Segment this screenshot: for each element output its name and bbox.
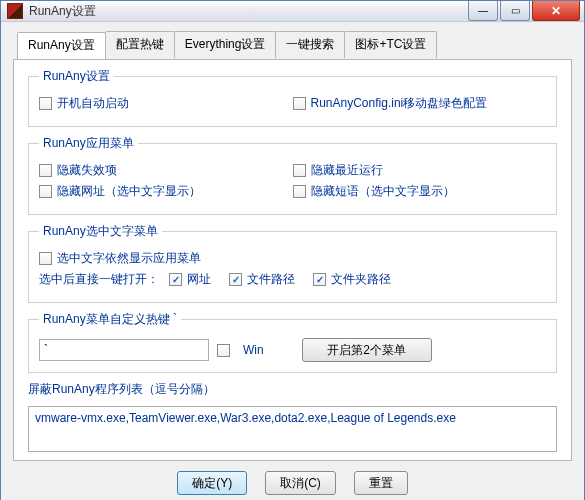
tab-panel: RunAny设置 开机自动启动 RunAnyConfig.ini移动盘绿色配置 — [13, 59, 572, 461]
tab-everything[interactable]: Everything设置 — [174, 31, 277, 58]
label-hide-recent: 隐藏最近运行 — [311, 162, 383, 179]
group-legend: RunAny选中文字菜单 — [39, 223, 162, 240]
app-icon — [7, 3, 23, 19]
checkbox-open-folder[interactable] — [313, 273, 326, 286]
label-open-file: 文件路径 — [247, 271, 295, 288]
tab-content: RunAny设置 开机自动启动 RunAnyConfig.ini移动盘绿色配置 — [14, 60, 571, 460]
checkbox-autostart[interactable] — [39, 97, 52, 110]
cancel-button[interactable]: 取消(C) — [265, 471, 336, 495]
blocklist-input[interactable]: vmware-vmx.exe,TeamViewer.exe,War3.exe,d… — [28, 406, 557, 452]
checkbox-open-url[interactable] — [169, 273, 182, 286]
checkbox-hide-recent[interactable] — [293, 164, 306, 177]
client-area: RunAny设置 配置热键 Everything设置 一键搜索 图标+TC设置 … — [1, 22, 584, 500]
tab-label: 配置热键 — [116, 37, 164, 51]
tab-label: RunAny设置 — [28, 38, 95, 52]
group-legend: RunAny菜单自定义热键 ` — [39, 311, 181, 328]
label-hide-short: 隐藏短语（选中文字显示） — [311, 183, 455, 200]
checkbox-hide-invalid[interactable] — [39, 164, 52, 177]
tab-label: Everything设置 — [185, 37, 266, 51]
label-direct-open: 选中后直接一键打开： — [39, 271, 159, 288]
label-still-show: 选中文字依然显示应用菜单 — [57, 250, 201, 267]
label-open-url: 网址 — [187, 271, 211, 288]
tab-icon-tc[interactable]: 图标+TC设置 — [344, 31, 437, 58]
group-legend: RunAny应用菜单 — [39, 135, 138, 152]
group-custom-hotkey: RunAny菜单自定义热键 ` Win 开启第2个菜单 — [28, 311, 557, 373]
ok-button[interactable]: 确定(Y) — [177, 471, 247, 495]
minimize-button[interactable]: — — [468, 1, 498, 21]
close-button[interactable]: ✕ — [532, 1, 580, 21]
tab-search[interactable]: 一键搜索 — [275, 31, 345, 58]
label-hide-url: 隐藏网址（选中文字显示） — [57, 183, 201, 200]
tab-hotkeys[interactable]: 配置热键 — [105, 31, 175, 58]
reset-button[interactable]: 重置 — [354, 471, 408, 495]
maximize-button[interactable]: ▭ — [500, 1, 530, 21]
tab-label: 一键搜索 — [286, 37, 334, 51]
group-legend: RunAny设置 — [39, 68, 114, 85]
label-win: Win — [243, 343, 264, 357]
checkbox-win-modifier[interactable] — [217, 344, 230, 357]
hotkey-input[interactable] — [39, 339, 209, 361]
group-selection-menu: RunAny选中文字菜单 选中文字依然显示应用菜单 选中后直接一键打开： 网址 … — [28, 223, 557, 303]
label-open-folder: 文件夹路径 — [331, 271, 391, 288]
group-app-menu: RunAny应用菜单 隐藏失效项 隐藏最近运行 — [28, 135, 557, 215]
window-title: RunAny设置 — [29, 3, 468, 20]
checkbox-hide-url[interactable] — [39, 185, 52, 198]
open-second-menu-button[interactable]: 开启第2个菜单 — [302, 338, 432, 362]
app-window: RunAny设置 — ▭ ✕ RunAny设置 配置热键 Everything设… — [0, 0, 585, 500]
window-controls: — ▭ ✕ — [468, 1, 580, 21]
label-hide-invalid: 隐藏失效项 — [57, 162, 117, 179]
blocklist-label: 屏蔽RunAny程序列表（逗号分隔） — [28, 381, 557, 398]
titlebar[interactable]: RunAny设置 — ▭ ✕ — [1, 1, 584, 22]
tab-label: 图标+TC设置 — [355, 37, 426, 51]
group-runany-settings: RunAny设置 开机自动启动 RunAnyConfig.ini移动盘绿色配置 — [28, 68, 557, 127]
checkbox-portable[interactable] — [293, 97, 306, 110]
checkbox-still-show[interactable] — [39, 252, 52, 265]
checkbox-hide-short[interactable] — [293, 185, 306, 198]
label-autostart: 开机自动启动 — [57, 95, 129, 112]
dialog-buttons: 确定(Y) 取消(C) 重置 — [13, 461, 572, 499]
label-portable: RunAnyConfig.ini移动盘绿色配置 — [311, 95, 488, 112]
tab-runany-settings[interactable]: RunAny设置 — [17, 32, 106, 59]
tab-strip: RunAny设置 配置热键 Everything设置 一键搜索 图标+TC设置 — [17, 31, 572, 58]
checkbox-open-file[interactable] — [229, 273, 242, 286]
